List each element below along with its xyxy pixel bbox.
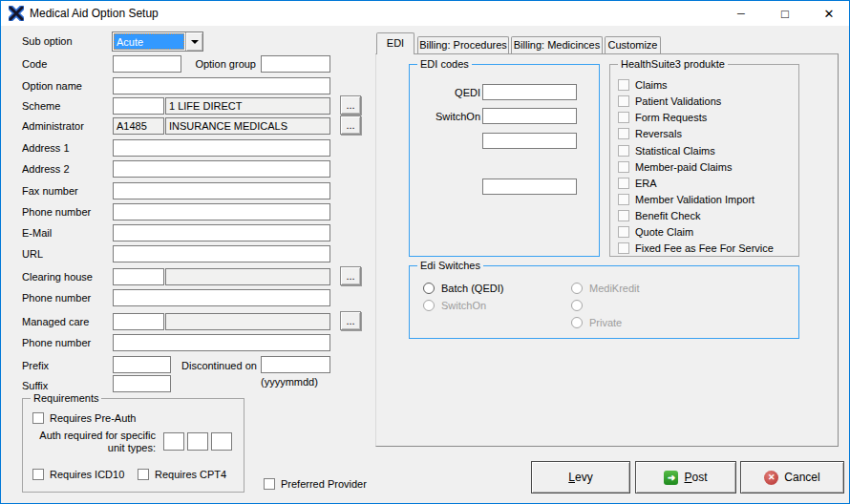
member-validation-import-label[interactable]: Member Validation Import — [635, 194, 754, 206]
requires-cpt4-label[interactable]: Requires CPT4 — [155, 469, 226, 481]
prefix-label: Prefix — [22, 360, 49, 372]
close-icon: ✕ — [824, 7, 835, 21]
edi-code-input-4[interactable] — [482, 178, 577, 195]
option-name-label: Option name — [22, 80, 82, 93]
reversals-label[interactable]: Reversals — [635, 128, 682, 140]
scheme-browse-button[interactable]: ... — [340, 95, 361, 115]
member-paid-claims-label[interactable]: Member-paid Claims — [635, 161, 732, 174]
switchon-input[interactable] — [482, 108, 577, 124]
maximize-button[interactable]: □ — [763, 1, 807, 26]
url-input[interactable] — [113, 245, 330, 262]
member-paid-claims-checkbox[interactable] — [618, 161, 629, 173]
cancel-button[interactable]: ✕ Cancel — [740, 461, 844, 494]
switchon-radio-label[interactable]: SwitchOn — [441, 300, 486, 312]
managed-phone-input[interactable] — [113, 334, 330, 351]
minimize-button[interactable]: ─ — [719, 1, 763, 26]
fax-number-input[interactable] — [113, 182, 330, 200]
option-name-input[interactable] — [113, 77, 330, 94]
option-group-label: Option group — [180, 58, 256, 71]
qedi-input[interactable] — [482, 84, 577, 100]
scheme-name-display: 1 LIFE DIRECT — [165, 97, 330, 115]
auth-unit-type-input-3[interactable] — [211, 432, 232, 451]
option-group-input[interactable] — [261, 55, 330, 73]
levy-button[interactable]: Levy — [531, 461, 630, 494]
tab-edi[interactable]: EDI — [376, 32, 414, 54]
scheme-code-input[interactable] — [113, 97, 164, 115]
clearing-house-code-input[interactable] — [113, 268, 164, 285]
address1-input[interactable] — [113, 139, 330, 157]
requires-pre-auth-checkbox[interactable] — [32, 412, 44, 424]
auth-unit-type-input-2[interactable] — [187, 432, 208, 451]
sub-option-combobox[interactable]: Acute — [112, 32, 203, 52]
email-input[interactable] — [113, 224, 330, 242]
requires-cpt4-checkbox[interactable] — [138, 469, 149, 480]
era-label[interactable]: ERA — [635, 178, 657, 190]
dropdown-arrow-icon[interactable] — [185, 32, 202, 51]
managed-care-browse-button[interactable]: ... — [340, 311, 361, 330]
minimize-icon: ─ — [737, 8, 745, 19]
batch-qedi-radio[interactable] — [423, 283, 435, 294]
app-logo-icon[interactable] — [9, 6, 24, 21]
tab-billing-procedures[interactable]: Billing: Procedures — [417, 36, 509, 53]
suffix-input[interactable] — [113, 375, 171, 392]
managed-care-label: Managed care — [22, 316, 89, 328]
form-requests-checkbox[interactable] — [618, 112, 629, 123]
medikredit-radio[interactable] — [571, 283, 583, 294]
tab-billing-medicines[interactable]: Billing: Medicinces — [511, 36, 603, 53]
switchon-radio[interactable] — [423, 300, 435, 311]
patient-validations-label[interactable]: Patient Validations — [635, 95, 721, 108]
medikredit-label[interactable]: MediKredit — [589, 283, 640, 295]
managed-care-code-input[interactable] — [113, 313, 164, 330]
edi-code-input-3[interactable] — [482, 133, 577, 149]
requires-icd10-checkbox[interactable] — [32, 469, 44, 480]
clearing-house-browse-button[interactable]: ... — [340, 266, 361, 285]
levy-button-label: Levy — [568, 471, 592, 484]
claims-label[interactable]: Claims — [635, 79, 668, 92]
auth-unit-types-label: Auth required for specific unit types: — [37, 430, 156, 454]
sub-option-value: Acute — [114, 33, 184, 50]
preferred-provider-label[interactable]: Preferred Provider — [281, 478, 367, 491]
statistical-claims-label[interactable]: Statistical Claims — [635, 145, 715, 158]
member-validation-import-checkbox[interactable] — [618, 194, 629, 205]
private-radio[interactable] — [571, 317, 583, 328]
scheme-label: Scheme — [22, 100, 60, 113]
qedi-label: QEDI — [414, 87, 480, 99]
auth-unit-type-input-1[interactable] — [163, 432, 184, 451]
quote-claim-checkbox[interactable] — [618, 226, 629, 238]
managed-phone-label: Phone number — [22, 337, 91, 349]
edi-switches-group: Edi Switches Batch (QEDI) SwitchOn MediK… — [409, 265, 799, 339]
post-button[interactable]: ➜ Post — [635, 461, 736, 494]
address1-label: Address 1 — [22, 142, 70, 155]
tab-customize[interactable]: Customize — [605, 36, 661, 53]
batch-qedi-label[interactable]: Batch (QEDI) — [441, 283, 503, 295]
phone-number-input[interactable] — [113, 203, 330, 220]
sub-option-label: Sub option — [22, 35, 73, 48]
discontinued-input[interactable] — [261, 356, 330, 373]
private-label[interactable]: Private — [589, 317, 622, 329]
administrator-code-display: A1485 — [113, 117, 164, 135]
benefit-check-checkbox[interactable] — [618, 210, 629, 221]
fixed-fee-checkbox[interactable] — [618, 242, 629, 254]
era-checkbox[interactable] — [618, 178, 629, 189]
fixed-fee-label[interactable]: Fixed Fee as Fee For Service — [635, 242, 774, 255]
patient-validations-checkbox[interactable] — [618, 95, 629, 107]
clearing-phone-input[interactable] — [113, 289, 330, 306]
administrator-label: Administrator — [22, 120, 84, 133]
unnamed-radio[interactable] — [571, 300, 583, 311]
administrator-browse-button[interactable]: ... — [340, 116, 361, 135]
form-requests-label[interactable]: Form Requests — [635, 112, 707, 124]
statistical-claims-checkbox[interactable] — [618, 145, 629, 157]
prefix-input[interactable] — [113, 356, 171, 373]
requirements-group-title: Requirements — [31, 391, 101, 405]
benefit-check-label[interactable]: Benefit Check — [635, 210, 700, 222]
requires-pre-auth-label[interactable]: Requires Pre-Auth — [50, 412, 137, 425]
requires-icd10-label[interactable]: Requires ICD10 — [50, 469, 124, 481]
address2-input[interactable] — [113, 160, 330, 178]
reversals-checkbox[interactable] — [618, 128, 629, 139]
quote-claim-label[interactable]: Quote Claim — [635, 226, 693, 239]
email-label: E-Mail — [22, 227, 52, 240]
claims-checkbox[interactable] — [618, 79, 629, 91]
preferred-provider-checkbox[interactable] — [264, 478, 275, 490]
code-input[interactable] — [113, 55, 181, 73]
close-button[interactable]: ✕ — [807, 1, 850, 26]
